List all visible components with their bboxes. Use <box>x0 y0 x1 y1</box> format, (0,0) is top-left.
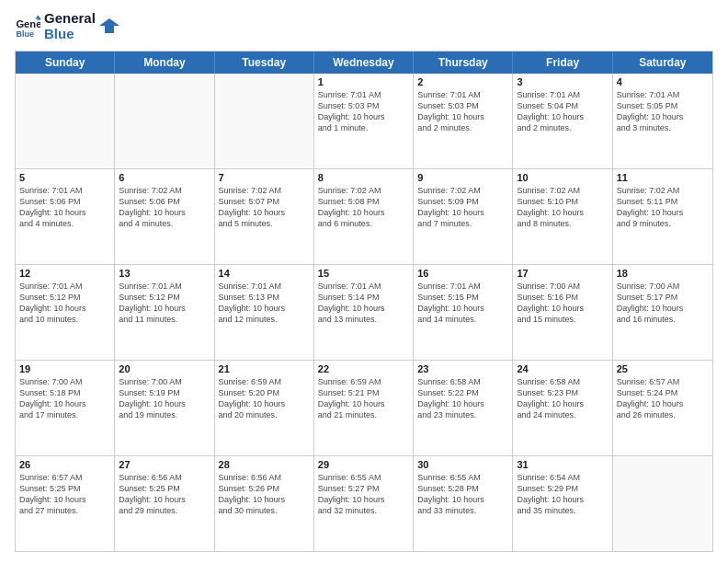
day-info: Sunrise: 7:00 AM Sunset: 5:17 PM Dayligh… <box>617 281 709 326</box>
day-info: Sunrise: 7:01 AM Sunset: 5:15 PM Dayligh… <box>417 281 508 326</box>
day-cell-27: 27Sunrise: 6:56 AM Sunset: 5:25 PM Dayli… <box>115 456 214 551</box>
day-number: 2 <box>417 76 508 87</box>
day-cell-10: 10Sunrise: 7:02 AM Sunset: 5:10 PM Dayli… <box>513 169 612 264</box>
day-cell-26: 26Sunrise: 6:57 AM Sunset: 5:25 PM Dayli… <box>16 456 115 551</box>
day-info: Sunrise: 6:57 AM Sunset: 5:25 PM Dayligh… <box>19 472 110 517</box>
day-number: 24 <box>517 363 608 374</box>
svg-text:Blue: Blue <box>16 29 34 38</box>
day-number: 11 <box>617 172 709 183</box>
day-cell-29: 29Sunrise: 6:55 AM Sunset: 5:27 PM Dayli… <box>314 456 414 551</box>
day-cell-5: 5Sunrise: 7:01 AM Sunset: 5:06 PM Daylig… <box>16 169 115 264</box>
day-info: Sunrise: 7:02 AM Sunset: 5:06 PM Dayligh… <box>119 185 210 230</box>
svg-text:General: General <box>16 18 40 29</box>
day-number: 18 <box>617 268 709 279</box>
day-number: 20 <box>119 363 210 374</box>
day-info: Sunrise: 6:56 AM Sunset: 5:25 PM Dayligh… <box>119 472 210 517</box>
day-cell-7: 7Sunrise: 7:02 AM Sunset: 5:07 PM Daylig… <box>215 169 314 264</box>
day-number: 16 <box>417 268 508 279</box>
day-info: Sunrise: 7:02 AM Sunset: 5:10 PM Dayligh… <box>517 185 608 230</box>
day-info: Sunrise: 6:58 AM Sunset: 5:22 PM Dayligh… <box>417 376 508 421</box>
day-number: 14 <box>219 268 310 279</box>
calendar-page: General Blue General Blue SundayMondayTu… <box>0 0 728 563</box>
week-row-1: 1Sunrise: 7:01 AM Sunset: 5:03 PM Daylig… <box>16 74 712 169</box>
day-cell-empty <box>115 74 214 168</box>
day-info: Sunrise: 6:57 AM Sunset: 5:24 PM Dayligh… <box>617 376 709 421</box>
day-info: Sunrise: 7:00 AM Sunset: 5:19 PM Dayligh… <box>119 376 210 421</box>
day-number: 13 <box>119 268 210 279</box>
day-cell-4: 4Sunrise: 7:01 AM Sunset: 5:05 PM Daylig… <box>613 74 712 168</box>
day-cell-6: 6Sunrise: 7:02 AM Sunset: 5:06 PM Daylig… <box>115 169 214 264</box>
day-number: 23 <box>417 363 508 374</box>
day-number: 1 <box>318 76 409 87</box>
day-number: 5 <box>19 172 110 183</box>
day-info: Sunrise: 6:55 AM Sunset: 5:27 PM Dayligh… <box>318 472 409 517</box>
day-info: Sunrise: 6:59 AM Sunset: 5:21 PM Dayligh… <box>318 376 409 421</box>
day-cell-17: 17Sunrise: 7:00 AM Sunset: 5:16 PM Dayli… <box>513 265 612 360</box>
day-info: Sunrise: 7:02 AM Sunset: 5:09 PM Dayligh… <box>417 185 508 230</box>
logo-blue: Blue <box>44 27 96 42</box>
day-cell-13: 13Sunrise: 7:01 AM Sunset: 5:12 PM Dayli… <box>115 265 214 360</box>
day-number: 31 <box>517 459 608 470</box>
day-info: Sunrise: 7:01 AM Sunset: 5:12 PM Dayligh… <box>119 281 210 326</box>
logo-bird-icon <box>99 17 119 37</box>
day-cell-30: 30Sunrise: 6:55 AM Sunset: 5:28 PM Dayli… <box>414 456 513 551</box>
day-cell-12: 12Sunrise: 7:01 AM Sunset: 5:12 PM Dayli… <box>16 265 115 360</box>
day-info: Sunrise: 7:01 AM Sunset: 5:03 PM Dayligh… <box>318 89 409 134</box>
day-info: Sunrise: 7:00 AM Sunset: 5:18 PM Dayligh… <box>19 376 110 421</box>
day-cell-1: 1Sunrise: 7:01 AM Sunset: 5:03 PM Daylig… <box>314 74 414 168</box>
day-cell-empty <box>613 456 712 551</box>
day-info: Sunrise: 7:01 AM Sunset: 5:06 PM Dayligh… <box>19 185 110 230</box>
day-headers: SundayMondayTuesdayWednesdayThursdayFrid… <box>16 52 712 74</box>
week-row-2: 5Sunrise: 7:01 AM Sunset: 5:06 PM Daylig… <box>16 169 712 265</box>
day-info: Sunrise: 6:59 AM Sunset: 5:20 PM Dayligh… <box>219 376 310 421</box>
day-number: 19 <box>19 363 110 374</box>
day-info: Sunrise: 6:54 AM Sunset: 5:29 PM Dayligh… <box>517 472 608 517</box>
day-number: 10 <box>517 172 608 183</box>
day-header-monday: Monday <box>115 52 214 74</box>
day-cell-11: 11Sunrise: 7:02 AM Sunset: 5:11 PM Dayli… <box>613 169 712 264</box>
day-number: 30 <box>417 459 508 470</box>
day-header-friday: Friday <box>513 52 612 74</box>
day-cell-16: 16Sunrise: 7:01 AM Sunset: 5:15 PM Dayli… <box>414 265 513 360</box>
day-number: 4 <box>617 76 709 87</box>
day-header-tuesday: Tuesday <box>215 52 314 74</box>
day-header-saturday: Saturday <box>613 52 712 74</box>
day-info: Sunrise: 6:58 AM Sunset: 5:23 PM Dayligh… <box>517 376 608 421</box>
day-header-wednesday: Wednesday <box>314 52 414 74</box>
day-cell-14: 14Sunrise: 7:01 AM Sunset: 5:13 PM Dayli… <box>215 265 314 360</box>
day-cell-28: 28Sunrise: 6:56 AM Sunset: 5:26 PM Dayli… <box>215 456 314 551</box>
day-header-sunday: Sunday <box>16 52 115 74</box>
day-cell-empty <box>16 74 115 168</box>
day-cell-3: 3Sunrise: 7:01 AM Sunset: 5:04 PM Daylig… <box>513 74 612 168</box>
week-row-4: 19Sunrise: 7:00 AM Sunset: 5:18 PM Dayli… <box>16 361 712 456</box>
day-number: 21 <box>219 363 310 374</box>
day-number: 6 <box>119 172 210 183</box>
day-info: Sunrise: 6:56 AM Sunset: 5:26 PM Dayligh… <box>219 472 310 517</box>
day-info: Sunrise: 7:02 AM Sunset: 5:11 PM Dayligh… <box>617 185 709 230</box>
day-number: 22 <box>318 363 409 374</box>
logo: General Blue General Blue <box>15 11 119 41</box>
day-cell-20: 20Sunrise: 7:00 AM Sunset: 5:19 PM Dayli… <box>115 361 214 455</box>
day-cell-empty <box>215 74 314 168</box>
day-number: 17 <box>517 268 608 279</box>
day-number: 15 <box>318 268 409 279</box>
svg-marker-4 <box>99 18 119 33</box>
day-cell-31: 31Sunrise: 6:54 AM Sunset: 5:29 PM Dayli… <box>513 456 612 551</box>
day-number: 7 <box>219 172 310 183</box>
day-cell-24: 24Sunrise: 6:58 AM Sunset: 5:23 PM Dayli… <box>513 361 612 455</box>
day-cell-8: 8Sunrise: 7:02 AM Sunset: 5:08 PM Daylig… <box>314 169 414 264</box>
day-info: Sunrise: 7:01 AM Sunset: 5:12 PM Dayligh… <box>19 281 110 326</box>
day-number: 9 <box>417 172 508 183</box>
logo-general: General <box>44 11 96 27</box>
day-number: 3 <box>517 76 608 87</box>
day-info: Sunrise: 7:02 AM Sunset: 5:07 PM Dayligh… <box>219 185 310 230</box>
day-number: 25 <box>617 363 709 374</box>
day-number: 8 <box>318 172 409 183</box>
day-number: 28 <box>219 459 310 470</box>
day-cell-9: 9Sunrise: 7:02 AM Sunset: 5:09 PM Daylig… <box>414 169 513 264</box>
day-header-thursday: Thursday <box>414 52 513 74</box>
logo-icon: General Blue <box>15 14 40 40</box>
day-info: Sunrise: 7:01 AM Sunset: 5:13 PM Dayligh… <box>219 281 310 326</box>
day-info: Sunrise: 6:55 AM Sunset: 5:28 PM Dayligh… <box>417 472 508 517</box>
day-cell-19: 19Sunrise: 7:00 AM Sunset: 5:18 PM Dayli… <box>16 361 115 455</box>
